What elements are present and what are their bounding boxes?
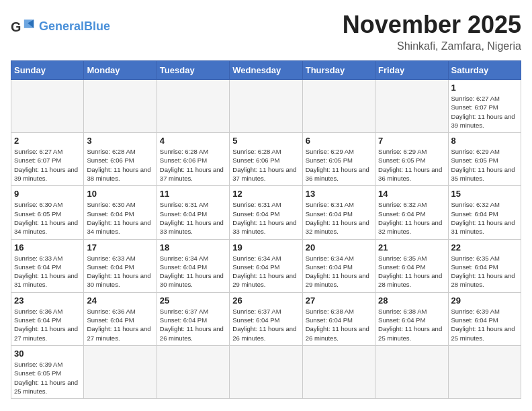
header-friday: Friday	[375, 61, 448, 80]
header-wednesday: Wednesday	[230, 61, 302, 80]
table-row: 23Sunrise: 6:36 AMSunset: 6:04 PMDayligh…	[11, 292, 84, 345]
day-number: 21	[378, 242, 445, 253]
day-info: Sunrise: 6:34 AMSunset: 6:04 PMDaylight:…	[160, 254, 226, 289]
header-sunday: Sunday	[11, 61, 84, 80]
table-row: 12Sunrise: 6:31 AMSunset: 6:04 PMDayligh…	[230, 186, 302, 239]
weekday-header-row: Sunday Monday Tuesday Wednesday Thursday…	[11, 61, 521, 80]
day-info: Sunrise: 6:38 AMSunset: 6:04 PMDaylight:…	[378, 307, 445, 342]
day-number: 12	[232, 189, 299, 199]
day-info: Sunrise: 6:35 AMSunset: 6:04 PMDaylight:…	[378, 254, 445, 289]
day-number: 25	[160, 295, 226, 306]
calendar-week-row: 9Sunrise: 6:30 AMSunset: 6:05 PMDaylight…	[11, 186, 521, 239]
table-row: 20Sunrise: 6:34 AMSunset: 6:04 PMDayligh…	[302, 239, 375, 292]
calendar: Sunday Monday Tuesday Wednesday Thursday…	[11, 60, 521, 399]
table-row	[302, 80, 375, 133]
day-number: 22	[451, 242, 518, 253]
table-row	[448, 345, 521, 398]
table-row: 21Sunrise: 6:35 AMSunset: 6:04 PMDayligh…	[375, 239, 448, 292]
table-row	[230, 80, 302, 133]
table-row: 2Sunrise: 6:27 AMSunset: 6:07 PMDaylight…	[11, 133, 84, 186]
day-number: 4	[160, 136, 226, 146]
header-monday: Monday	[84, 61, 157, 80]
day-number: 1	[451, 83, 518, 93]
svg-text:G: G	[11, 19, 21, 34]
title-block: November 2025 Shinkafi, Zamfara, Nigeria	[343, 11, 521, 52]
table-row: 24Sunrise: 6:36 AMSunset: 6:04 PMDayligh…	[84, 292, 157, 345]
logo-text: GeneralBlue	[39, 20, 110, 34]
day-info: Sunrise: 6:34 AMSunset: 6:04 PMDaylight:…	[232, 254, 299, 289]
day-info: Sunrise: 6:33 AMSunset: 6:04 PMDaylight:…	[87, 254, 153, 289]
calendar-week-row: 2Sunrise: 6:27 AMSunset: 6:07 PMDaylight…	[11, 133, 521, 186]
logo-icon: G	[11, 15, 35, 39]
header-saturday: Saturday	[448, 61, 521, 80]
calendar-week-row: 16Sunrise: 6:33 AMSunset: 6:04 PMDayligh…	[11, 239, 521, 292]
day-number: 9	[14, 189, 81, 199]
page-header: G GeneralBlue November 2025 Shinkafi, Za…	[11, 11, 521, 52]
calendar-week-row: 30Sunrise: 6:39 AMSunset: 6:05 PMDayligh…	[11, 345, 521, 398]
day-number: 23	[14, 295, 81, 306]
day-info: Sunrise: 6:39 AMSunset: 6:05 PMDaylight:…	[14, 360, 81, 396]
table-row	[375, 345, 448, 398]
day-info: Sunrise: 6:39 AMSunset: 6:04 PMDaylight:…	[451, 307, 518, 342]
day-info: Sunrise: 6:33 AMSunset: 6:04 PMDaylight:…	[14, 254, 81, 289]
day-number: 2	[14, 136, 81, 146]
logo: G GeneralBlue	[11, 15, 110, 39]
table-row	[84, 345, 157, 398]
table-row: 14Sunrise: 6:32 AMSunset: 6:04 PMDayligh…	[375, 186, 448, 239]
day-info: Sunrise: 6:30 AMSunset: 6:04 PMDaylight:…	[87, 200, 153, 236]
table-row: 5Sunrise: 6:28 AMSunset: 6:06 PMDaylight…	[230, 133, 302, 186]
table-row: 16Sunrise: 6:33 AMSunset: 6:04 PMDayligh…	[11, 239, 84, 292]
day-number: 6	[306, 136, 372, 146]
table-row: 8Sunrise: 6:29 AMSunset: 6:05 PMDaylight…	[448, 133, 521, 186]
logo-general: General	[39, 19, 84, 33]
table-row: 7Sunrise: 6:29 AMSunset: 6:05 PMDaylight…	[375, 133, 448, 186]
day-info: Sunrise: 6:32 AMSunset: 6:04 PMDaylight:…	[378, 200, 445, 236]
day-info: Sunrise: 6:37 AMSunset: 6:04 PMDaylight:…	[232, 307, 299, 342]
table-row: 30Sunrise: 6:39 AMSunset: 6:05 PMDayligh…	[11, 345, 84, 398]
day-number: 11	[160, 189, 226, 199]
table-row: 28Sunrise: 6:38 AMSunset: 6:04 PMDayligh…	[375, 292, 448, 345]
day-number: 30	[14, 349, 81, 359]
table-row: 4Sunrise: 6:28 AMSunset: 6:06 PMDaylight…	[157, 133, 229, 186]
day-info: Sunrise: 6:28 AMSunset: 6:06 PMDaylight:…	[232, 147, 299, 183]
day-info: Sunrise: 6:36 AMSunset: 6:04 PMDaylight:…	[87, 307, 153, 342]
day-number: 27	[306, 295, 372, 306]
day-number: 13	[306, 189, 372, 199]
day-info: Sunrise: 6:36 AMSunset: 6:04 PMDaylight:…	[14, 307, 81, 342]
day-number: 10	[87, 189, 153, 199]
table-row: 10Sunrise: 6:30 AMSunset: 6:04 PMDayligh…	[84, 186, 157, 239]
day-number: 20	[306, 242, 372, 253]
day-info: Sunrise: 6:27 AMSunset: 6:07 PMDaylight:…	[14, 147, 81, 183]
table-row: 29Sunrise: 6:39 AMSunset: 6:04 PMDayligh…	[448, 292, 521, 345]
table-row	[157, 345, 229, 398]
table-row: 1Sunrise: 6:27 AMSunset: 6:07 PMDaylight…	[448, 80, 521, 133]
table-row	[302, 345, 375, 398]
table-row	[157, 80, 229, 133]
logo-blue: Blue	[84, 19, 110, 33]
day-info: Sunrise: 6:37 AMSunset: 6:04 PMDaylight:…	[160, 307, 226, 342]
table-row: 13Sunrise: 6:31 AMSunset: 6:04 PMDayligh…	[302, 186, 375, 239]
day-info: Sunrise: 6:35 AMSunset: 6:04 PMDaylight:…	[451, 254, 518, 289]
table-row	[375, 80, 448, 133]
table-row: 19Sunrise: 6:34 AMSunset: 6:04 PMDayligh…	[230, 239, 302, 292]
table-row	[230, 345, 302, 398]
day-info: Sunrise: 6:28 AMSunset: 6:06 PMDaylight:…	[160, 147, 226, 183]
calendar-week-row: 1Sunrise: 6:27 AMSunset: 6:07 PMDaylight…	[11, 80, 521, 133]
month-title: November 2025	[343, 11, 521, 39]
table-row: 15Sunrise: 6:32 AMSunset: 6:04 PMDayligh…	[448, 186, 521, 239]
day-info: Sunrise: 6:29 AMSunset: 6:05 PMDaylight:…	[378, 147, 445, 183]
calendar-week-row: 23Sunrise: 6:36 AMSunset: 6:04 PMDayligh…	[11, 292, 521, 345]
table-row	[84, 80, 157, 133]
table-row: 6Sunrise: 6:29 AMSunset: 6:05 PMDaylight…	[302, 133, 375, 186]
table-row: 27Sunrise: 6:38 AMSunset: 6:04 PMDayligh…	[302, 292, 375, 345]
day-number: 7	[378, 136, 445, 146]
table-row: 11Sunrise: 6:31 AMSunset: 6:04 PMDayligh…	[157, 186, 229, 239]
table-row: 26Sunrise: 6:37 AMSunset: 6:04 PMDayligh…	[230, 292, 302, 345]
day-info: Sunrise: 6:31 AMSunset: 6:04 PMDaylight:…	[160, 200, 226, 236]
day-info: Sunrise: 6:29 AMSunset: 6:05 PMDaylight:…	[451, 147, 518, 183]
day-number: 5	[232, 136, 299, 146]
table-row: 9Sunrise: 6:30 AMSunset: 6:05 PMDaylight…	[11, 186, 84, 239]
day-number: 26	[232, 295, 299, 306]
day-number: 15	[451, 189, 518, 199]
table-row: 17Sunrise: 6:33 AMSunset: 6:04 PMDayligh…	[84, 239, 157, 292]
